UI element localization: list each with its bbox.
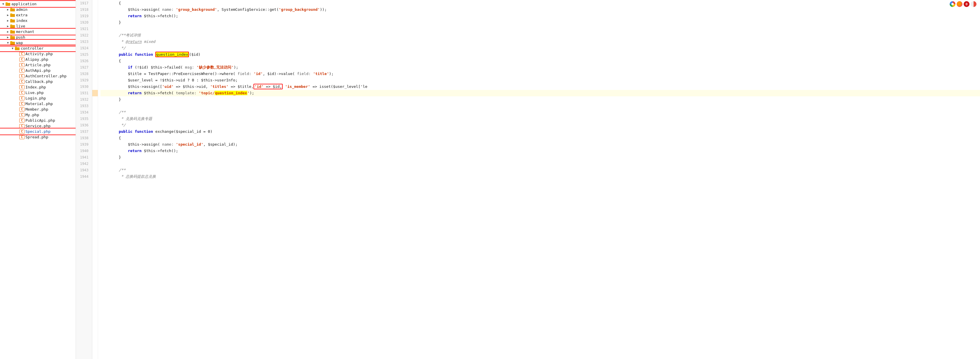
sidebar-item-label: wap xyxy=(16,41,23,45)
svg-rect-10 xyxy=(10,31,15,33)
arrow-icon xyxy=(6,13,10,17)
code-line-1917: { xyxy=(100,0,980,6)
sidebar-item-wap[interactable]: wap xyxy=(0,40,76,46)
sidebar-item-push[interactable]: push xyxy=(0,35,76,40)
php-file-icon: C xyxy=(19,96,24,100)
svg-rect-8 xyxy=(10,25,15,28)
code-line-1933 xyxy=(100,103,980,109)
sidebar-item-merchant[interactable]: merchant xyxy=(0,29,76,35)
svg-rect-2 xyxy=(10,8,15,11)
svg-rect-7 xyxy=(10,19,12,20)
code-line-1942 xyxy=(100,160,980,167)
code-editor[interactable]: O 1917 1918 1919 1920 1921 1922 1923 192… xyxy=(76,0,980,359)
sidebar-item-label: application xyxy=(11,2,37,6)
svg-rect-0 xyxy=(6,3,10,6)
line-numbers-gutter: 1917 1918 1919 1920 1921 1922 1923 1924 … xyxy=(76,0,92,359)
sidebar-item-label: PublicApi.php xyxy=(25,118,55,122)
code-line-1930: $this->assign(['uid' => $this->uid, 'tit… xyxy=(100,83,980,90)
folder-icon xyxy=(10,19,15,23)
code-line-1921 xyxy=(100,26,980,32)
folder-icon xyxy=(10,8,15,12)
sidebar-item-controller[interactable]: controller xyxy=(0,46,76,51)
svg-rect-13 xyxy=(10,36,12,37)
svg-rect-9 xyxy=(10,24,12,25)
php-file-icon: C xyxy=(19,107,24,111)
code-line-1940: return $this->fetch(); xyxy=(100,148,980,154)
php-file-icon: C xyxy=(19,68,24,73)
sidebar-item-material[interactable]: C Material.php xyxy=(0,101,76,106)
sidebar-item-service[interactable]: C Service.php xyxy=(0,123,76,129)
code-content[interactable]: { $this->assign( name: 'group_background… xyxy=(98,0,980,359)
code-line-1929: $user_level = !$this->uid ? 0 : $this->u… xyxy=(100,77,980,83)
sidebar-item-label: push xyxy=(16,35,25,40)
php-file-icon: C xyxy=(19,85,24,89)
svg-rect-11 xyxy=(10,30,12,31)
sidebar-item-authcontroller[interactable]: C AuthController.php xyxy=(0,73,76,79)
sidebar-item-special[interactable]: C Special.php xyxy=(0,129,76,134)
sidebar-item-application[interactable]: application xyxy=(0,1,76,7)
folder-icon xyxy=(10,35,15,40)
code-line-1941: } xyxy=(100,154,980,160)
code-line-1919: return $this->fetch(); xyxy=(100,13,980,19)
sidebar-item-extra[interactable]: extra xyxy=(0,12,76,18)
arrow-icon xyxy=(6,24,10,28)
code-line-1935: * 兑换码兑换专题 xyxy=(100,116,980,122)
svg-rect-1 xyxy=(6,2,8,3)
sidebar-item-live-php[interactable]: C Live.php xyxy=(0,90,76,95)
sidebar-item-label: Special.php xyxy=(25,129,51,134)
file-tree[interactable]: application admin extra index live xyxy=(0,0,76,359)
code-line-1918: $this->assign( name: 'group_background',… xyxy=(100,6,980,13)
php-file-icon: C xyxy=(19,91,24,95)
sidebar-item-index-php[interactable]: C Index.php xyxy=(0,84,76,90)
code-view: 1917 1918 1919 1920 1921 1922 1923 1924 … xyxy=(76,0,980,359)
sidebar-item-alipay[interactable]: C Alipay.php xyxy=(0,57,76,62)
sidebar-item-member[interactable]: C Member.php xyxy=(0,106,76,112)
sidebar-item-index[interactable]: index xyxy=(0,18,76,23)
svg-rect-3 xyxy=(10,8,12,9)
sidebar-item-live[interactable]: live xyxy=(0,23,76,29)
folder-icon xyxy=(10,41,15,45)
sidebar-item-admin[interactable]: admin xyxy=(0,7,76,12)
sidebar-item-label: index xyxy=(16,18,27,23)
sidebar-item-label: Alipay.php xyxy=(25,57,48,62)
sidebar-item-label: extra xyxy=(16,13,27,17)
code-line-1936: */ xyxy=(100,122,980,129)
sidebar-item-article[interactable]: C Article.php xyxy=(0,62,76,68)
code-line-1922: /**考试详情 xyxy=(100,32,980,38)
sidebar-item-label: Service.php xyxy=(25,124,51,128)
php-file-icon: C xyxy=(19,124,24,128)
sidebar-item-authapi[interactable]: C AuthApi.php xyxy=(0,68,76,73)
sidebar-item-publicapi[interactable]: C PublicApi.php xyxy=(0,118,76,123)
php-file-icon: C xyxy=(19,119,24,122)
svg-rect-16 xyxy=(15,47,19,50)
code-line-1943: /** xyxy=(100,167,980,173)
code-line-1932: } xyxy=(100,96,980,103)
php-file-icon: C xyxy=(19,63,24,67)
code-line-1937: public function exchange($special_id = 0… xyxy=(100,129,980,135)
code-line-1923: * @return mixed xyxy=(100,38,980,45)
sidebar-item-activity[interactable]: C Activity.php xyxy=(0,51,76,57)
sidebar-item-label: Live.php xyxy=(25,91,44,95)
sidebar-item-callback[interactable]: C Callback.php xyxy=(0,79,76,84)
sidebar-item-login[interactable]: C Login.php xyxy=(0,95,76,101)
breakpoints-gutter xyxy=(92,0,98,359)
folder-icon xyxy=(14,46,20,51)
arrow-icon xyxy=(6,35,10,40)
arrow-icon xyxy=(6,41,10,45)
sidebar-item-label: My.php xyxy=(25,113,39,117)
sidebar-item-my[interactable]: C My.php xyxy=(0,112,76,118)
code-line-1931: return $this->fetch( template: 'topic/qu… xyxy=(100,90,980,96)
sidebar-item-label: AuthApi.php xyxy=(25,68,51,73)
arrow-icon xyxy=(1,2,5,6)
code-line-1939: $this->assign( name: 'special_id', $spec… xyxy=(100,141,980,148)
sidebar-item-label: AuthController.php xyxy=(25,74,67,78)
sidebar-item-label: merchant xyxy=(16,30,35,34)
code-line-1925: public function question_index($id) xyxy=(100,51,980,58)
sidebar-item-label: Spread.php xyxy=(25,135,48,139)
arrow-icon xyxy=(6,19,10,23)
code-line-1924: */ xyxy=(100,45,980,51)
php-file-icon: C xyxy=(19,57,24,62)
sidebar-item-spread[interactable]: C Spread.php xyxy=(0,134,76,140)
folder-icon xyxy=(5,2,11,6)
folder-icon xyxy=(10,24,15,28)
